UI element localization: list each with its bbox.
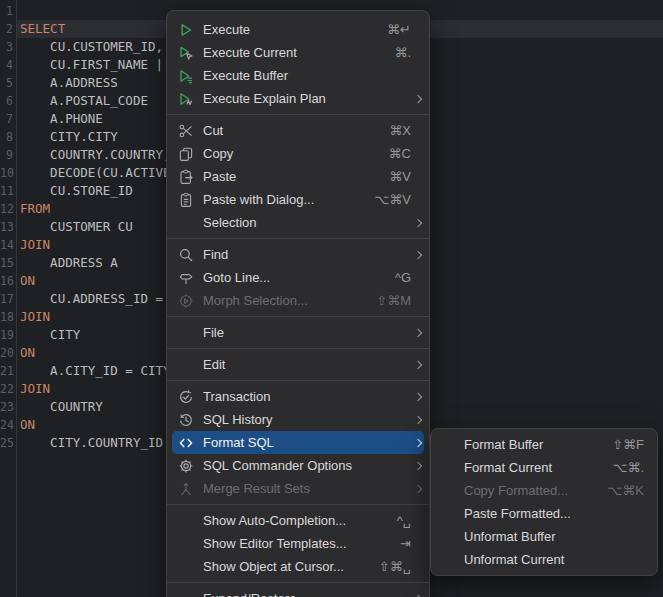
submenu-arrow-icon [411, 220, 421, 226]
line-text: CITY.COUNTRY_ID = [20, 434, 178, 452]
line-text: A.PHONE [20, 110, 103, 128]
line-number: 16 [0, 272, 13, 290]
menu-item-label: Paste Formatted... [464, 506, 644, 521]
line-number: 6 [0, 92, 13, 110]
line-text: CU.CUSTOMER_ID, [20, 38, 163, 56]
menu-item-transaction[interactable]: Transaction [167, 385, 429, 408]
submenu-arrow-icon [411, 417, 421, 423]
menu-item-execute-buffer[interactable]: Execute Buffer [167, 64, 429, 87]
line-number: 15 [0, 254, 13, 272]
line-number: 23 [0, 398, 13, 416]
line-number: 20 [0, 344, 13, 362]
line-number: 10 [0, 164, 13, 182]
menu-item-label: Find [203, 247, 411, 262]
menu-item-goto-line[interactable]: Goto Line...^G [167, 266, 429, 289]
menu-item-morph-selection: Morph Selection...⇧⌘M [167, 289, 429, 312]
line-number: 14 [0, 236, 13, 254]
menu-item-copy-formatted: Copy Formatted...⌥⌘K [431, 479, 657, 502]
morph-icon [178, 293, 194, 309]
line-number: 4 [0, 56, 13, 74]
menu-item-unformat-current[interactable]: Unformat Current [431, 548, 657, 571]
line-text: ON [20, 416, 35, 434]
line-text: ON [20, 272, 35, 290]
line-text: COUNTRY [20, 398, 103, 416]
shortcut-label: ^␣ [397, 513, 411, 528]
menu-item-label: Execute [203, 22, 387, 37]
menu-item-show-auto-completion[interactable]: Show Auto-Completion...^␣ [167, 509, 429, 532]
menu-item-sql-commander-options[interactable]: SQL Commander Options [167, 454, 429, 477]
menu-item-paste[interactable]: Paste⌘V [167, 165, 429, 188]
line-number: 3 [0, 38, 13, 56]
shortcut-label: ⌘↵ [387, 22, 411, 37]
line-text: CU.FIRST_NAME || [20, 56, 171, 74]
line-text: COUNTRY.COUNTRY, [20, 146, 171, 164]
gear-icon [178, 458, 194, 474]
menu-item-label: Unformat Buffer [464, 529, 644, 544]
menu-item-execute[interactable]: Execute⌘↵ [167, 18, 429, 41]
line-number: 13 [0, 218, 13, 236]
menu-item-expand-restore[interactable]: Expand/Restore... [167, 587, 429, 597]
submenu-arrow-icon [411, 440, 421, 446]
menu-separator [167, 238, 429, 239]
menu-item-find[interactable]: Find [167, 243, 429, 266]
cut-icon [178, 123, 194, 139]
menu-item-label: Paste [203, 169, 389, 184]
line-number: 11 [0, 182, 13, 200]
menu-item-label: Show Editor Templates... [203, 536, 400, 551]
shortcut-label: ⌥⌘V [374, 192, 411, 207]
menu-item-label: Copy [203, 146, 389, 161]
menu-item-paste-with-dialog[interactable]: Paste with Dialog...⌥⌘V [167, 188, 429, 211]
line-number: 24 [0, 416, 13, 434]
menu-item-format-buffer[interactable]: Format Buffer⇧⌘F [431, 433, 657, 456]
shortcut-label: ⌥⌘. [612, 460, 644, 475]
menu-item-execute-explain-plan[interactable]: Execute Explain Plan [167, 87, 429, 110]
shortcut-label: ⇥ [400, 536, 411, 551]
submenu-arrow-icon [411, 463, 421, 469]
line-text: JOIN [20, 380, 50, 398]
line-text: A.POSTAL_CODE [20, 92, 148, 110]
menu-item-paste-formatted[interactable]: Paste Formatted... [431, 502, 657, 525]
line-text: JOIN [20, 308, 50, 326]
menu-separator [167, 582, 429, 583]
line-text: ADDRESS A [20, 254, 118, 272]
submenu-arrow-icon [411, 486, 421, 492]
line-text: JOIN [20, 236, 50, 254]
line-text: CITY [20, 326, 80, 344]
menu-item-label: File [203, 325, 411, 340]
submenu-arrow-icon [411, 362, 421, 368]
line-number: 8 [0, 128, 13, 146]
menu-item-unformat-buffer[interactable]: Unformat Buffer [431, 525, 657, 548]
menu-item-show-editor-templates[interactable]: Show Editor Templates...⇥ [167, 532, 429, 555]
menu-item-label: Format Current [464, 460, 612, 475]
line-text: CU.ADDRESS_ID = A [20, 290, 178, 308]
menu-item-label: Cut [203, 123, 389, 138]
menu-item-file[interactable]: File [167, 321, 429, 344]
menu-item-merge-result-sets: Merge Result Sets [167, 477, 429, 500]
menu-separator [167, 504, 429, 505]
menu-item-label: Format Buffer [464, 437, 612, 452]
line-text: A.ADDRESS [20, 74, 118, 92]
menu-item-format-sql[interactable]: Format SQL [172, 431, 424, 454]
menu-item-selection[interactable]: Selection [167, 211, 429, 234]
menu-item-sql-history[interactable]: SQL History [167, 408, 429, 431]
line-text: A.CITY_ID = CITY [20, 362, 171, 380]
line-text: DECODE(CU.ACTIVE [20, 164, 171, 182]
menu-item-format-current[interactable]: Format Current⌥⌘. [431, 456, 657, 479]
menu-item-cut[interactable]: Cut⌘X [167, 119, 429, 142]
line-number: 18 [0, 308, 13, 326]
shortcut-label: ⌥⌘K [607, 483, 644, 498]
menu-item-show-object-at-cursor[interactable]: Show Object at Cursor...⇧⌘␣ [167, 555, 429, 578]
line-number: 7 [0, 110, 13, 128]
menu-item-label: Edit [203, 357, 411, 372]
signpost-icon [178, 270, 194, 286]
menu-item-copy[interactable]: Copy⌘C [167, 142, 429, 165]
shortcut-label: ⌘C [389, 146, 411, 161]
menu-item-execute-current[interactable]: Execute Current⌘. [167, 41, 429, 64]
menu-item-edit[interactable]: Edit [167, 353, 429, 376]
menu-item-label: Merge Result Sets [203, 481, 411, 496]
submenu-arrow-icon [411, 252, 421, 258]
menu-item-label: Paste with Dialog... [203, 192, 374, 207]
line-text: FROM [20, 200, 50, 218]
shortcut-label: ^G [395, 270, 411, 285]
execute-current-icon [178, 45, 194, 61]
